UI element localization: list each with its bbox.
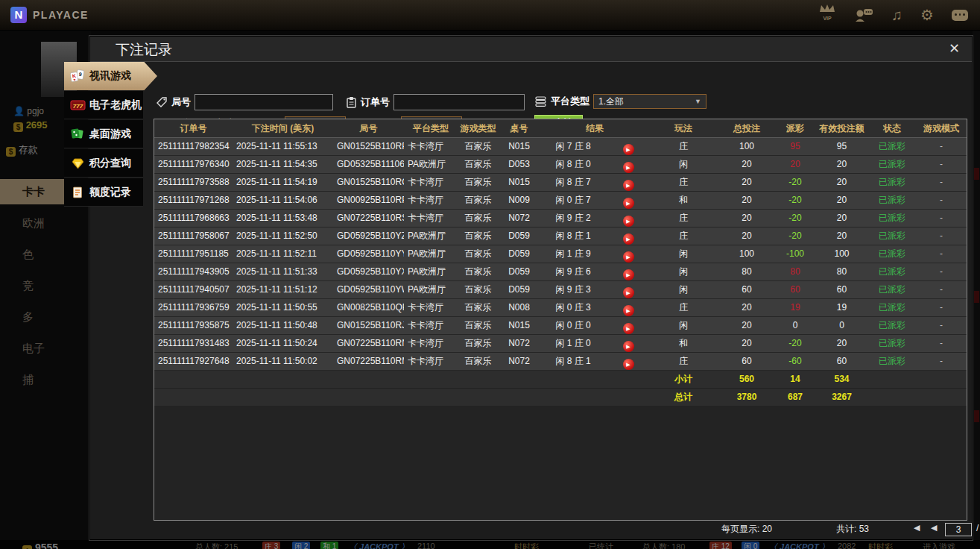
table-no-cell: N015 xyxy=(499,138,540,155)
status-cell: 已派彩 xyxy=(870,156,914,173)
tab-video-games[interactable]: 9K♥视讯游戏 xyxy=(64,62,157,90)
round-cell: GN07225B110RS xyxy=(333,210,404,227)
platform-cell: 卡卡湾厅 xyxy=(404,299,458,316)
game-mode-cell: - xyxy=(914,317,967,334)
page-input[interactable] xyxy=(945,523,972,536)
column-header: 派彩 xyxy=(777,119,814,137)
tab-quota-records[interactable]: 额度记录 xyxy=(64,178,143,207)
order-cell: 251111117927648 xyxy=(154,353,233,370)
tab-points[interactable]: 积分查询 xyxy=(64,149,143,178)
play-type-cell: 闲 xyxy=(650,156,717,173)
game-type-cell: 百家乐 xyxy=(458,263,499,280)
settings-gear-icon[interactable]: ⚙ xyxy=(920,7,934,22)
round-cell: GD05925B110YX xyxy=(333,263,404,280)
replay-button[interactable]: ▶ xyxy=(623,216,634,227)
valid-bet-cell: 20 xyxy=(814,156,870,173)
order-label: 订单号 xyxy=(361,95,390,109)
platform-cell: 卡卡湾厅 xyxy=(404,210,458,227)
status-cell: 已派彩 xyxy=(870,245,914,263)
play-type-cell: 庄 xyxy=(650,353,717,370)
round-cell: GN00925B110RP xyxy=(333,192,404,209)
replay-cell: ▶ xyxy=(607,192,650,209)
column-header: 游戏类型 xyxy=(458,119,499,137)
status-cell: 已派彩 xyxy=(870,317,914,334)
order-cell: 251111117936759 xyxy=(154,299,233,316)
result-cell: 闲 8 庄 0 xyxy=(540,156,607,173)
play-type-cell: 庄 xyxy=(650,174,717,191)
result-cell: 闲 0 庄 0 xyxy=(540,317,607,334)
total-bet-cell: 20 xyxy=(717,228,777,245)
result-cell: 闲 8 庄 1 xyxy=(540,228,607,245)
table-no-cell: N072 xyxy=(499,210,540,227)
empty-cell xyxy=(233,371,333,388)
status-cell: 已派彩 xyxy=(870,335,914,352)
table-body: 2511111179823542025-11-11 11:55:13GN0152… xyxy=(154,138,967,371)
platform-cell: PA欧洲厅 xyxy=(404,263,458,280)
close-icon[interactable]: ✕ xyxy=(949,41,960,56)
round-cell: GN00825B110QP xyxy=(333,299,404,316)
total-bet-cell: 20 xyxy=(717,174,777,191)
replay-cell: ▶ xyxy=(607,299,650,316)
prev-page-icon[interactable]: ◀ xyxy=(931,523,937,533)
replay-button[interactable]: ▶ xyxy=(623,323,634,334)
music-icon[interactable]: ♫ xyxy=(891,7,902,22)
round-input[interactable] xyxy=(195,94,333,110)
replay-button[interactable]: ▶ xyxy=(623,305,634,316)
order-input[interactable] xyxy=(393,94,525,110)
vip-icon[interactable]: VIP xyxy=(818,4,836,26)
status-cell: 已派彩 xyxy=(870,210,914,227)
result-cell: 闲 1 庄 9 xyxy=(540,245,607,263)
replay-button[interactable]: ▶ xyxy=(623,180,634,191)
status-cell: 已派彩 xyxy=(870,281,914,298)
table-no-cell: N015 xyxy=(499,317,540,334)
tab-slots[interactable]: 777电子老虎机 xyxy=(64,91,143,119)
tag-icon xyxy=(156,96,168,108)
result-cell: 闲 8 庄 1 xyxy=(540,353,607,370)
valid-bet-cell: 19 xyxy=(814,299,870,316)
game-mode-cell: - xyxy=(914,353,967,370)
column-header: 桌号 xyxy=(499,119,540,137)
result-cell: 闲 9 庄 2 xyxy=(540,210,607,227)
empty-cell xyxy=(458,389,499,406)
round-filter: 局号 xyxy=(156,94,333,110)
empty-cell xyxy=(870,371,914,388)
replay-button[interactable]: ▶ xyxy=(623,341,634,352)
valid-bet-cell: 60 xyxy=(814,353,870,370)
tab-label: 桌面游戏 xyxy=(89,128,131,141)
replay-button[interactable]: ▶ xyxy=(623,287,634,298)
customer-service-icon[interactable] xyxy=(854,7,873,22)
empty-cell xyxy=(333,389,404,406)
dialog-menu: 9K♥视讯游戏777电子老虎机桌面游戏积分查询额度记录 xyxy=(64,62,157,207)
platform-cell: PA欧洲厅 xyxy=(404,245,458,263)
replay-button[interactable]: ▶ xyxy=(623,251,634,263)
replay-button[interactable]: ▶ xyxy=(623,162,634,173)
first-page-icon[interactable]: ◀ xyxy=(914,523,920,533)
game-mode-cell: - xyxy=(914,156,967,173)
payout-cell: 19 xyxy=(777,299,814,316)
table-no-cell: N015 xyxy=(499,174,540,191)
result-cell: 闲 9 庄 3 xyxy=(540,281,607,298)
table-row: 2511111179511852025-11-11 11:52:11GD0592… xyxy=(154,245,967,263)
tab-table-games[interactable]: 桌面游戏 xyxy=(64,120,143,148)
valid-bet-cell: 20 xyxy=(814,210,870,227)
table-row: 2511111179314832025-11-11 11:50:24GN0722… xyxy=(154,335,967,353)
replay-button[interactable]: ▶ xyxy=(623,198,634,209)
chat-icon[interactable] xyxy=(952,10,968,21)
column-header: 状态 xyxy=(870,119,914,137)
platform-cell: PA欧洲厅 xyxy=(404,156,458,173)
replay-button[interactable]: ▶ xyxy=(623,269,634,280)
result-cell: 闲 0 庄 3 xyxy=(540,299,607,316)
replay-cell: ▶ xyxy=(607,210,650,227)
replay-button[interactable]: ▶ xyxy=(623,144,634,155)
result-cell: 闲 1 庄 0 xyxy=(540,335,607,352)
platform-select[interactable]: 1.全部▼ xyxy=(593,94,706,109)
total-bet-cell: 100 xyxy=(717,138,777,155)
table-row: 2511111179712682025-11-11 11:54:06GN0092… xyxy=(154,192,967,210)
payout-cell: 0 xyxy=(777,317,814,334)
replay-button[interactable]: ▶ xyxy=(623,233,634,245)
order-cell: 251111117943905 xyxy=(154,263,233,280)
table-row: 2511111179276482025-11-11 11:50:02GN0722… xyxy=(154,353,967,371)
replay-button[interactable]: ▶ xyxy=(623,359,634,370)
order-cell: 251111117940507 xyxy=(154,281,233,298)
play-type-cell: 庄 xyxy=(650,228,717,245)
